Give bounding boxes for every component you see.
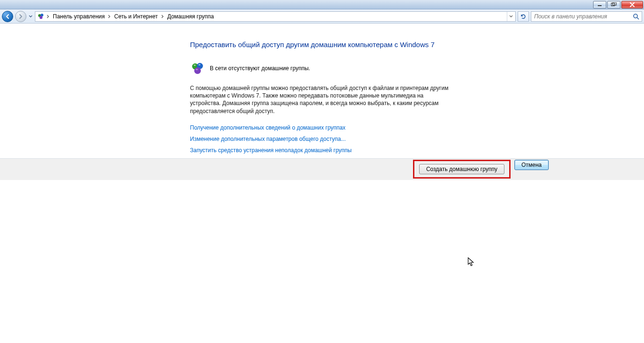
svg-point-11 bbox=[194, 65, 196, 66]
nav-back-button[interactable] bbox=[2, 11, 13, 22]
navigation-bar: Панель управления Сеть и Интернет Домашн… bbox=[0, 9, 644, 24]
homegroup-path-icon bbox=[37, 13, 45, 20]
svg-line-7 bbox=[637, 17, 639, 19]
content-area: Предоставить общий доступ другим домашни… bbox=[0, 24, 644, 158]
svg-point-6 bbox=[634, 14, 637, 18]
page-heading: Предоставить общий доступ другим домашни… bbox=[190, 41, 454, 49]
breadcrumb-item-homegroup[interactable]: Домашняя группа bbox=[165, 12, 216, 21]
breadcrumb-item-network[interactable]: Сеть и Интернет bbox=[112, 12, 160, 21]
breadcrumb-label: Сеть и Интернет bbox=[114, 13, 157, 20]
button-bar: Создать домашнюю группу Отмена bbox=[0, 158, 644, 180]
breadcrumb-label: Панель управления bbox=[53, 13, 105, 20]
address-dropdown[interactable] bbox=[507, 12, 514, 21]
link-advanced-sharing[interactable]: Изменение дополнительных параметров обще… bbox=[190, 136, 454, 142]
window-titlebar bbox=[0, 0, 644, 9]
link-troubleshoot[interactable]: Запустить средство устранения неполадок … bbox=[190, 147, 454, 154]
status-text: В сети отсутствуют домашние группы. bbox=[210, 65, 310, 72]
svg-point-10 bbox=[194, 67, 201, 74]
search-input[interactable] bbox=[533, 13, 632, 20]
chevron-right-icon bbox=[46, 15, 50, 18]
links-section: Получение дополнительных сведений о дома… bbox=[190, 124, 454, 154]
svg-point-13 bbox=[196, 69, 198, 70]
link-learn-more[interactable]: Получение дополнительных сведений о дома… bbox=[190, 124, 454, 131]
description-text: С помощью домашней группы можно предоста… bbox=[190, 84, 454, 115]
svg-point-12 bbox=[198, 64, 200, 65]
svg-rect-0 bbox=[598, 5, 602, 6]
mouse-cursor-icon bbox=[468, 257, 476, 268]
annotation-highlight: Создать домашнюю группу bbox=[413, 160, 511, 179]
create-homegroup-button[interactable]: Создать домашнюю группу bbox=[419, 164, 504, 174]
nav-forward-button[interactable] bbox=[15, 11, 26, 22]
breadcrumb-label: Домашняя группа bbox=[167, 13, 214, 20]
chevron-right-icon bbox=[107, 15, 112, 18]
refresh-button[interactable] bbox=[518, 11, 529, 22]
search-icon[interactable] bbox=[632, 13, 640, 20]
maximize-button[interactable] bbox=[607, 1, 620, 8]
address-breadcrumb[interactable]: Панель управления Сеть и Интернет Домашн… bbox=[35, 11, 516, 22]
chevron-right-icon bbox=[160, 15, 165, 18]
homegroup-icon bbox=[190, 61, 205, 76]
minimize-button[interactable] bbox=[593, 1, 606, 8]
button-label: Создать домашнюю группу bbox=[426, 166, 497, 172]
cancel-button[interactable]: Отмена bbox=[514, 160, 549, 170]
close-button[interactable] bbox=[621, 1, 643, 8]
breadcrumb-item-control-panel[interactable]: Панель управления bbox=[50, 12, 107, 21]
nav-history-dropdown[interactable] bbox=[28, 15, 33, 18]
svg-point-5 bbox=[40, 16, 42, 18]
button-label: Отмена bbox=[521, 162, 542, 168]
search-box[interactable] bbox=[531, 11, 642, 22]
